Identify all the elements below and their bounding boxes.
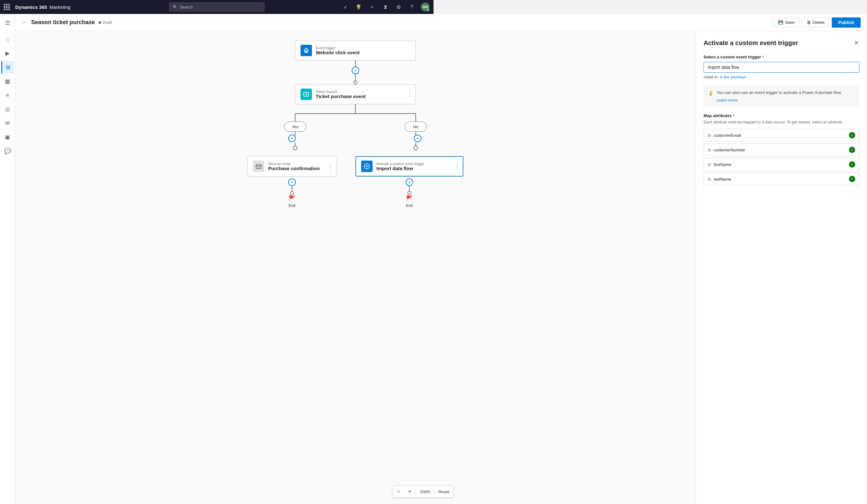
grid-icon[interactable]	[4, 4, 10, 10]
search-bar[interactable]: 🔍 Search	[169, 2, 264, 11]
canvas-inner: Event trigger Website click event ＋	[15, 31, 434, 252]
sidebar-item-chat[interactable]: 💬	[1, 145, 14, 158]
status-text: Draft	[103, 20, 112, 25]
sidebar-item-recent[interactable]: ▶	[1, 47, 14, 60]
trigger-node[interactable]: Event trigger Website click event	[295, 41, 416, 60]
sidebar-item-leads[interactable]: ◎	[1, 103, 14, 116]
branch-node[interactable]: If/then branch Ticket purchase event ⋮	[295, 84, 416, 104]
left-exit-col: ＋ 🚩 Exit	[247, 178, 336, 208]
nav-brand: Dynamics 365 Marketing	[15, 4, 71, 10]
branch-node-icon	[301, 88, 312, 100]
email-node-meta: Send an email Purchase confirmation	[268, 162, 320, 171]
connector-circle-1	[354, 81, 357, 84]
left-exit-flag: 🚩 Exit	[288, 195, 296, 208]
branch-node-meta: If/then branch Ticket purchase event	[316, 90, 366, 99]
top-nav: Dynamics 365 Marketing 🔍 Search ✓ 💡 ＋ ⧗ …	[0, 0, 434, 14]
avatar[interactable]: RM	[421, 2, 430, 11]
email-node-menu[interactable]: ⋮	[328, 163, 333, 170]
trigger-node-icon	[301, 45, 312, 56]
nav-gear-btn[interactable]: ⚙	[394, 2, 403, 11]
branch-node-label: If/then branch	[316, 90, 366, 94]
email-node-label: Send an email	[268, 162, 320, 166]
nav-lightbulb-btn[interactable]: 💡	[354, 2, 363, 11]
yes-label: Yes	[284, 121, 306, 132]
add-step-right-exit[interactable]: ＋	[406, 178, 413, 186]
branch-no-label: No	[405, 121, 427, 132]
search-placeholder: Search	[180, 5, 193, 10]
no-label: No	[405, 121, 427, 132]
add-step-btn-1[interactable]: ＋	[352, 67, 359, 74]
sidebar-toggle[interactable]: ☰	[1, 17, 14, 29]
trigger-node-label: Event trigger	[316, 46, 360, 50]
branch-node-title: Ticket purchase event	[316, 94, 366, 99]
nav-help-btn[interactable]: ?	[407, 2, 416, 11]
trigger-node-title: Website click event	[316, 50, 360, 55]
header-bar: ← Season ticket purchase Draft 💾 Save 🗑 …	[15, 14, 434, 31]
search-icon: 🔍	[173, 5, 178, 10]
sidebar: ☰ ⌂ ▶ ⊞ ▦ ≡ ◎ ✉ ▣ 💬	[0, 14, 15, 252]
nav-filter-btn[interactable]: ⧗	[381, 2, 390, 11]
brand-name: Dynamics 365	[15, 4, 47, 10]
back-arrow-icon: ←	[22, 19, 27, 26]
custom-event-node-label: Activate a custom event trigger	[376, 162, 424, 166]
sidebar-item-contacts[interactable]: ✉	[1, 117, 14, 129]
status-badge: Draft	[99, 20, 112, 25]
sidebar-item-home[interactable]: ⌂	[1, 33, 14, 46]
nav-actions: ✓ 💡 ＋ ⧗ ⚙ ? RM	[341, 2, 430, 11]
email-node-title: Purchase confirmation	[268, 166, 320, 171]
status-dot	[99, 21, 101, 24]
custom-event-node[interactable]: Activate a custom event trigger Import d…	[355, 156, 434, 176]
sidebar-item-forms[interactable]: ▣	[1, 131, 14, 143]
canvas-area[interactable]: Event trigger Website click event ＋	[15, 31, 434, 252]
custom-event-node-icon	[361, 161, 373, 172]
nav-checkmark-btn[interactable]: ✓	[341, 2, 350, 11]
add-step-btn-no[interactable]: ＋	[414, 135, 421, 142]
flow-container: Event trigger Website click event ＋	[244, 41, 434, 208]
branch-node-menu[interactable]: ⋮	[407, 92, 412, 97]
nav-plus-btn[interactable]: ＋	[367, 2, 376, 11]
custom-event-node-meta: Activate a custom event trigger Import d…	[376, 162, 424, 171]
add-step-btn-yes[interactable]: ＋	[288, 135, 296, 142]
back-button[interactable]: ←	[22, 19, 27, 26]
email-node-icon	[253, 161, 264, 172]
right-exit-col: ＋ 🚩 Exit	[355, 178, 434, 208]
sidebar-item-journeys[interactable]: ⊞	[1, 61, 14, 74]
sidebar-item-segments[interactable]: ≡	[1, 89, 14, 101]
right-exit-flag: 🚩 Exit	[406, 195, 413, 208]
brand-module: Marketing	[50, 4, 71, 10]
email-node[interactable]: Send an email Purchase confirmation ⋮	[247, 156, 336, 176]
add-step-left-exit[interactable]: ＋	[288, 178, 296, 186]
sidebar-item-analytics[interactable]: ▦	[1, 75, 14, 88]
page-title: Season ticket purchase	[31, 19, 95, 26]
branch-yes-label: Yes	[284, 121, 306, 132]
trigger-node-meta: Event trigger Website click event	[316, 46, 360, 55]
custom-event-node-title: Import data flow	[376, 166, 424, 171]
